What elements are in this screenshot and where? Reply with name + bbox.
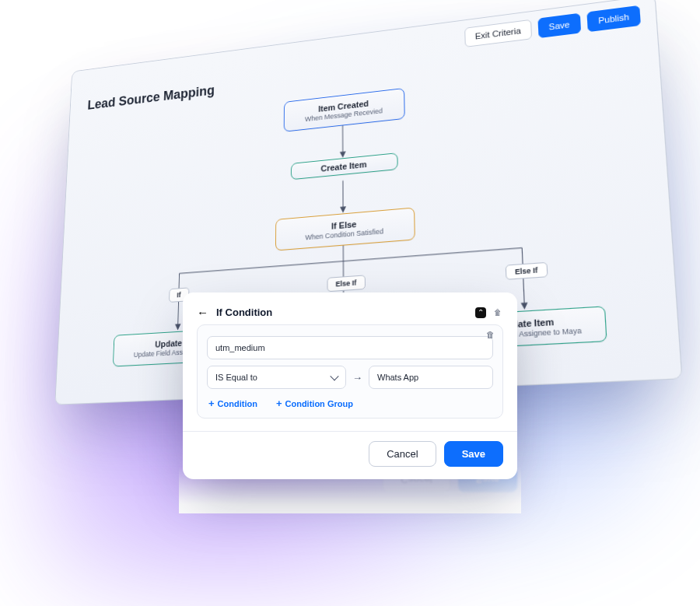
plus-icon: +	[208, 398, 215, 408]
delete-row-icon[interactable]: 🗑	[486, 330, 495, 339]
if-condition-modal: ← If Condition ⌃ 🗑 🗑 IS Equal to → +Cond…	[183, 292, 517, 479]
operator-select[interactable]: IS Equal to	[207, 366, 346, 389]
svg-marker-11	[521, 303, 528, 310]
branch-tag-elseif-1[interactable]: Else If	[327, 275, 365, 292]
cancel-button[interactable]: Cancel	[369, 441, 436, 467]
add-condition-button[interactable]: +Condition	[208, 398, 257, 408]
collapse-icon[interactable]: ⌃	[475, 307, 486, 318]
back-arrow-icon[interactable]: ←	[197, 307, 208, 318]
add-condition-group-button[interactable]: +Condition Group	[276, 398, 353, 408]
modal-actions: Cancel Save	[197, 441, 503, 467]
svg-line-5	[180, 248, 523, 274]
publish-button[interactable]: Publish	[586, 5, 641, 32]
condition-group: 🗑 IS Equal to → +Condition +Condition Gr…	[197, 324, 503, 419]
svg-marker-7	[175, 324, 181, 330]
modal-save-button[interactable]: Save	[444, 441, 503, 467]
delete-group-icon[interactable]: 🗑	[492, 307, 503, 318]
value-input[interactable]	[369, 366, 493, 389]
add-group-label: Condition Group	[285, 399, 353, 408]
exit-criteria-button[interactable]: Exit Criteria	[464, 19, 532, 47]
add-condition-label: Condition	[218, 399, 257, 408]
modal-title: If Condition	[216, 307, 272, 318]
field-input[interactable]	[207, 336, 493, 359]
modal-header: ← If Condition ⌃ 🗑	[197, 307, 503, 318]
branch-tag-elseif-2[interactable]: Else If	[506, 262, 548, 280]
arrow-right-icon: →	[352, 372, 362, 384]
plus-icon: +	[276, 398, 282, 408]
svg-marker-3	[340, 206, 346, 213]
operator-value: IS Equal to	[215, 373, 257, 382]
save-button[interactable]: Save	[537, 13, 581, 38]
